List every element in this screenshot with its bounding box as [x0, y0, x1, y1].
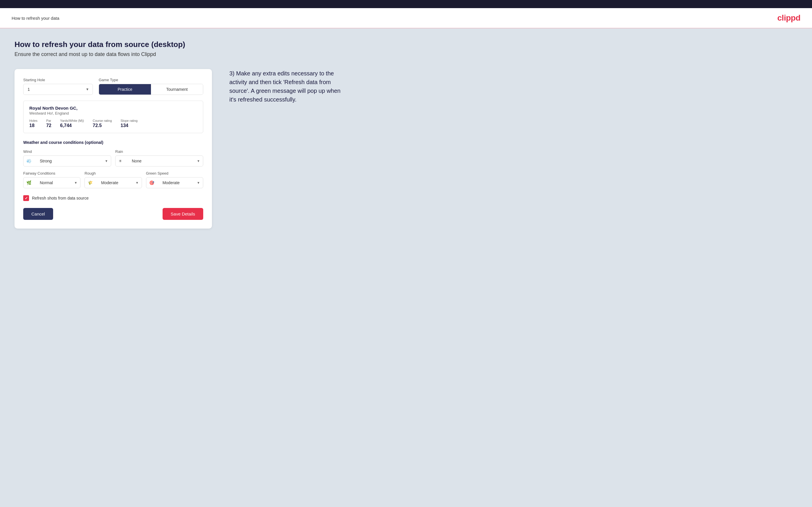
green-speed-label: Green Speed	[146, 171, 203, 175]
course-info-box: Royal North Devon GC, Westward Ho!, Engl…	[23, 101, 203, 133]
practice-button[interactable]: Practice	[99, 84, 151, 95]
stat-par-label: Par	[46, 119, 51, 122]
rain-label: Rain	[115, 149, 203, 154]
stat-slope-rating: Slope rating 134	[120, 119, 138, 128]
rough-chevron-icon: ▼	[136, 181, 139, 184]
stat-course-rating: Course rating 72.5	[93, 119, 112, 128]
stat-yards-value: 6,744	[60, 123, 84, 128]
description-text: 3) Make any extra edits necessary to the…	[230, 69, 346, 104]
green-speed-icon: 🎯	[149, 180, 154, 185]
refresh-checkbox[interactable]	[23, 195, 29, 201]
top-bar	[0, 0, 812, 8]
refresh-checkbox-label: Refresh shots from data source	[32, 196, 89, 201]
stat-slope-rating-value: 134	[120, 123, 138, 128]
conditions-title: Weather and course conditions (optional)	[23, 140, 203, 145]
rain-value: None	[132, 159, 141, 163]
wind-chevron-icon: ▼	[105, 159, 108, 163]
page-title: How to refresh your data from source (de…	[14, 40, 798, 49]
game-type-section: Game Type Practice Tournament	[99, 78, 203, 95]
fairway-select[interactable]: 🌿 Normal ▼	[23, 177, 81, 188]
stat-yards: Yards/White (M)) 6,744	[60, 119, 84, 128]
stat-holes: Holes 18	[29, 119, 38, 128]
stat-holes-label: Holes	[29, 119, 38, 122]
logo: clippd	[777, 13, 800, 22]
save-button[interactable]: Save Details	[163, 208, 203, 220]
wind-icon: 💨	[27, 159, 31, 163]
stat-par-value: 72	[46, 123, 51, 128]
stat-par: Par 72	[46, 119, 51, 128]
wind-select[interactable]: 💨 Strong ▼	[23, 156, 111, 167]
rough-value: Moderate	[101, 180, 118, 185]
fairway-chevron-icon: ▼	[74, 181, 77, 184]
green-speed-field: Green Speed 🎯 Moderate ▼	[146, 171, 203, 188]
stat-holes-value: 18	[29, 123, 38, 128]
rain-select[interactable]: ☀ None ▼	[115, 156, 203, 167]
fairway-value: Normal	[40, 180, 53, 185]
refresh-checkbox-row: Refresh shots from data source	[23, 195, 203, 201]
green-speed-select[interactable]: 🎯 Moderate ▼	[146, 177, 203, 188]
fairway-icon: 🌿	[27, 180, 31, 185]
fairway-label: Fairway Conditions	[23, 171, 81, 175]
starting-hole-row: Starting Hole 1 ▼ Game Type Practice Tou…	[23, 78, 203, 95]
header: How to refresh your data clippd	[0, 8, 812, 29]
conditions-section: Weather and course conditions (optional)…	[23, 140, 203, 188]
main-content: How to refresh your data from source (de…	[0, 29, 812, 507]
course-location: Westward Ho!, England	[29, 111, 197, 115]
rough-label: Rough	[85, 171, 142, 175]
green-speed-chevron-icon: ▼	[197, 181, 200, 184]
page-subtitle: Ensure the correct and most up to date d…	[14, 51, 798, 57]
content-area: Starting Hole 1 ▼ Game Type Practice Tou…	[14, 69, 798, 229]
wind-field: Wind 💨 Strong ▼	[23, 149, 111, 167]
green-speed-value: Moderate	[163, 180, 180, 185]
stat-course-rating-value: 72.5	[93, 123, 112, 128]
tournament-button[interactable]: Tournament	[151, 84, 203, 95]
rain-chevron-icon: ▼	[197, 159, 200, 163]
course-name: Royal North Devon GC,	[29, 106, 197, 111]
stat-yards-label: Yards/White (M))	[60, 119, 84, 122]
form-card: Starting Hole 1 ▼ Game Type Practice Tou…	[14, 69, 212, 229]
stat-slope-rating-label: Slope rating	[120, 119, 138, 122]
description-box: 3) Make any extra edits necessary to the…	[230, 69, 346, 104]
header-title: How to refresh your data	[12, 16, 59, 20]
button-row: Cancel Save Details	[23, 208, 203, 220]
wind-label: Wind	[23, 149, 111, 154]
starting-hole-label: Starting Hole	[23, 78, 93, 82]
rough-field: Rough 🌾 Moderate ▼	[85, 171, 142, 188]
rough-select[interactable]: 🌾 Moderate ▼	[85, 177, 142, 188]
rain-field: Rain ☀ None ▼	[115, 149, 203, 167]
starting-hole-section: Starting Hole 1 ▼	[23, 78, 93, 95]
starting-hole-chevron-icon: ▼	[86, 87, 89, 91]
cancel-button[interactable]: Cancel	[23, 208, 53, 220]
game-type-toggle: Practice Tournament	[99, 84, 203, 95]
fairway-field: Fairway Conditions 🌿 Normal ▼	[23, 171, 81, 188]
rough-icon: 🌾	[88, 180, 93, 185]
starting-hole-value: 1	[28, 87, 30, 92]
conditions-row-2: Fairway Conditions 🌿 Normal ▼ Rough 🌾 Mo…	[23, 171, 203, 188]
rain-icon: ☀	[118, 159, 122, 163]
course-stats: Holes 18 Par 72 Yards/White (M)) 6,744 C…	[29, 119, 197, 128]
stat-course-rating-label: Course rating	[93, 119, 112, 122]
starting-hole-select[interactable]: 1 ▼	[23, 84, 93, 95]
conditions-row-1: Wind 💨 Strong ▼ Rain ☀ None ▼	[23, 149, 203, 167]
game-type-label: Game Type	[99, 78, 203, 82]
wind-value: Strong	[40, 159, 52, 163]
